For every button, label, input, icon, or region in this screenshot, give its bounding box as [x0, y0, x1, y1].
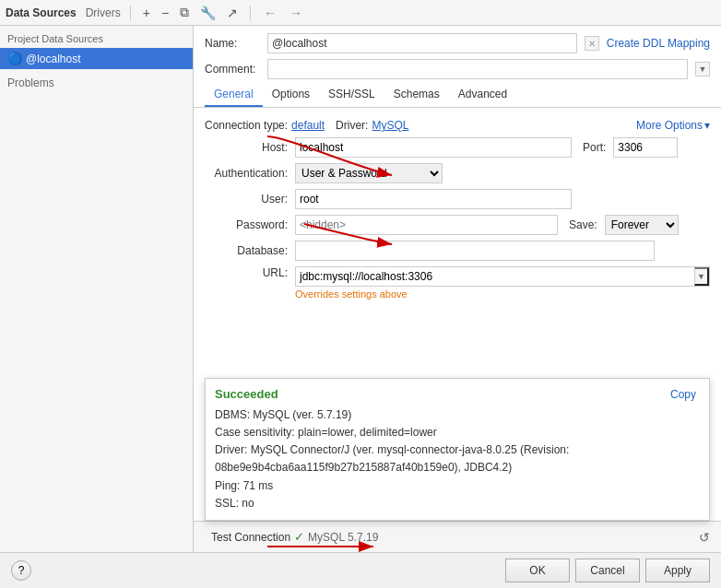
success-popup: Succeeded Copy DBMS: MySQL (ver. 5.7.19)…: [205, 378, 710, 521]
port-input[interactable]: [613, 137, 678, 158]
host-label: Host:: [205, 141, 288, 154]
tab-schemas[interactable]: Schemas: [384, 83, 449, 107]
tabs-bar: General Options SSH/SSL Schemas Advanced: [194, 83, 721, 108]
comment-row: Comment: ▼: [194, 57, 721, 83]
more-options-link[interactable]: More Options ▾: [636, 119, 710, 132]
datasource-item-localhost[interactable]: 🔵 @localhost: [0, 48, 193, 69]
password-label: Password:: [205, 218, 288, 231]
remove-button[interactable]: −: [159, 4, 171, 22]
conn-type-value[interactable]: default: [291, 119, 325, 132]
url-row: URL: ▼: [205, 266, 710, 287]
success-line-5: Ping: 71 ms: [215, 477, 700, 495]
tab-sshssl[interactable]: SSH/SSL: [319, 83, 384, 107]
toolbar-sep-1: [130, 6, 131, 20]
user-label: User:: [205, 193, 288, 206]
driver-value[interactable]: MySQL: [372, 119, 408, 132]
url-override-text: Overrides settings above: [295, 288, 710, 300]
ddl-mapping-link[interactable]: Create DDL Mapping: [607, 37, 710, 50]
copy-datasource-button[interactable]: ⧉: [177, 3, 192, 22]
database-label: Database:: [205, 244, 288, 257]
success-title: Succeeded: [215, 387, 278, 401]
datasource-item-label: @localhost: [26, 53, 81, 65]
comment-expand-button[interactable]: ▼: [695, 62, 710, 76]
save-select[interactable]: Forever Never Until restart: [605, 215, 679, 235]
comment-input[interactable]: [267, 59, 688, 79]
help-button[interactable]: ?: [11, 560, 31, 581]
datasource-icon: 🔵: [7, 52, 22, 65]
right-panel: Name: ✕ Create DDL Mapping Comment: ▼ Ge…: [194, 26, 721, 552]
user-input[interactable]: [295, 189, 572, 209]
success-header: Succeeded Copy: [215, 386, 700, 403]
success-line-1: DBMS: MySQL (ver. 5.7.19): [215, 406, 700, 424]
url-input-wrap: ▼: [295, 266, 710, 287]
comment-label: Comment:: [205, 63, 260, 76]
save-label: Save:: [569, 218, 597, 231]
problems-section: Problems: [0, 69, 193, 97]
back-button[interactable]: ←: [260, 4, 280, 22]
password-row: Password: Save: Forever Never Until rest…: [205, 215, 710, 235]
port-label: Port:: [583, 141, 606, 154]
toolbar-sep-2: [250, 6, 251, 20]
conn-type-label: Connection type:: [205, 119, 288, 132]
conn-type-row: Connection type: default Driver: MySQL M…: [205, 115, 710, 137]
check-icon: ✓: [294, 530, 304, 544]
form-area: Connection type: default Driver: MySQL M…: [194, 108, 721, 378]
auth-label: Authentication:: [205, 167, 288, 180]
tab-general[interactable]: General: [205, 83, 263, 107]
left-panel: Project Data Sources 🔵 @localhost Proble…: [0, 26, 194, 552]
host-input[interactable]: [295, 137, 572, 158]
test-connection-button[interactable]: Test Connection ✓ MySQL 5.7.19: [205, 527, 384, 547]
mysql-version: MySQL 5.7.19: [308, 531, 378, 544]
add-button[interactable]: +: [140, 4, 153, 22]
dialog-buttons: ? OK Cancel Apply: [0, 552, 721, 588]
project-datasources-label: Project Data Sources: [0, 26, 193, 48]
name-row: Name: ✕ Create DDL Mapping: [194, 26, 721, 57]
export-button[interactable]: ↗: [224, 4, 241, 22]
problems-label: Problems: [7, 76, 54, 89]
url-expand-button[interactable]: ▼: [694, 267, 709, 286]
success-line-3: Driver: MySQL Connector/J (ver. mysql-co…: [215, 441, 700, 459]
url-label: URL:: [205, 266, 288, 279]
chevron-down-icon: ▾: [704, 119, 710, 132]
url-input[interactable]: [295, 266, 710, 287]
tab-options[interactable]: Options: [263, 83, 319, 107]
cancel-button[interactable]: Cancel: [575, 559, 640, 582]
apply-button[interactable]: Apply: [645, 559, 710, 582]
content-area: Project Data Sources 🔵 @localhost Proble…: [0, 26, 721, 552]
name-clear-button[interactable]: ✕: [585, 36, 599, 51]
user-row: User:: [205, 189, 710, 209]
datasources-tab-label[interactable]: Data Sources: [6, 6, 77, 19]
success-line-6: SSL: no: [215, 495, 700, 512]
bottom-bar: Test Connection ✓ MySQL 5.7.19 ↺: [194, 521, 721, 552]
database-row: Database:: [205, 241, 710, 261]
auth-select[interactable]: User & Password No auth LDAP: [295, 163, 443, 183]
test-connection-label: Test Connection: [211, 531, 290, 544]
password-input[interactable]: [295, 215, 558, 235]
driver-label: Driver:: [336, 119, 368, 132]
host-row: Host: Port:: [205, 137, 710, 158]
success-body: DBMS: MySQL (ver. 5.7.19) Case sensitivi…: [215, 406, 700, 512]
forward-button[interactable]: →: [286, 4, 306, 22]
tab-advanced[interactable]: Advanced: [449, 83, 516, 107]
ok-button[interactable]: OK: [505, 559, 570, 582]
copy-button[interactable]: Copy: [667, 386, 700, 403]
toolbar: Data Sources Drivers + − ⧉ 🔧 ↗ ← →: [0, 0, 721, 26]
settings-button[interactable]: 🔧: [197, 4, 219, 22]
name-label: Name:: [205, 37, 260, 50]
drivers-tab-label[interactable]: Drivers: [86, 6, 121, 19]
success-line-4: 08be9e9b4cba6aa115f9b27b215887af40b159e0…: [215, 459, 700, 476]
refresh-button[interactable]: ↺: [699, 530, 710, 545]
auth-row: Authentication: User & Password No auth …: [205, 163, 710, 183]
name-input[interactable]: [267, 33, 577, 53]
success-line-2: Case sensitivity: plain=lower, delimited…: [215, 424, 700, 441]
database-input[interactable]: [295, 241, 655, 261]
